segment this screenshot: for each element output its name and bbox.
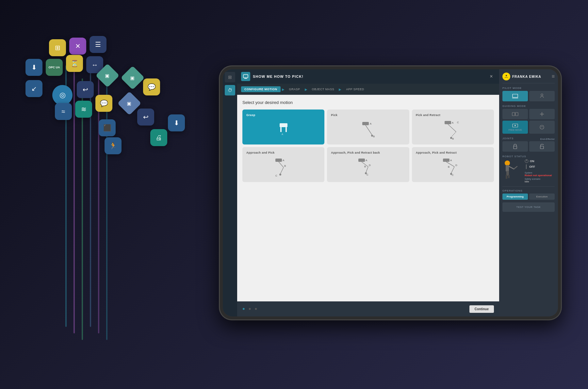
svg-text:A: A bbox=[283, 159, 285, 162]
svg-line-13 bbox=[448, 124, 456, 132]
svg-text:A: A bbox=[366, 159, 368, 162]
motion-card-pick[interactable]: Pick A B bbox=[327, 110, 409, 144]
motion-card-approach-pick-retract[interactable]: Approach, Pick and Retract A D B C bbox=[412, 147, 494, 182]
wizard-title: SHOW ME HOW TO PICK! bbox=[253, 75, 303, 78]
test-task-area: TEST YOUR TASK bbox=[502, 202, 555, 212]
svg-line-8 bbox=[366, 125, 372, 135]
svg-text:C: C bbox=[275, 174, 277, 177]
svg-rect-3 bbox=[280, 127, 282, 132]
svg-line-15 bbox=[451, 132, 456, 137]
motion-card-approach-pick-retract-back[interactable]: Approach, Pick and Retract back A D B C bbox=[327, 147, 409, 182]
svg-text:C: C bbox=[457, 121, 459, 124]
float-icon-12: ≈ bbox=[55, 103, 72, 120]
joint-btn-lock[interactable] bbox=[502, 141, 528, 152]
svg-text:C: C bbox=[452, 174, 454, 177]
robot-controls: ON OFF System Robot not operational Safe… bbox=[525, 159, 555, 183]
guide-btn-2[interactable] bbox=[529, 109, 555, 119]
motion-diagram-approach-pick: A B C bbox=[246, 157, 320, 178]
pilot-laptop-btn[interactable] bbox=[502, 91, 528, 101]
motion-card-pick-retract[interactable]: Pick and Retract A C B bbox=[412, 110, 494, 144]
motion-card-grasp-title: Grasp bbox=[246, 113, 255, 117]
svg-text:D: D bbox=[455, 164, 457, 167]
svg-text:B: B bbox=[284, 164, 286, 167]
motion-diagram-grasp: A bbox=[246, 119, 320, 141]
operations-tabs: Programming Execution bbox=[502, 194, 555, 200]
svg-text:B: B bbox=[452, 137, 454, 140]
tab-grasp[interactable]: GRASP bbox=[286, 86, 303, 92]
svg-text:A: A bbox=[370, 122, 372, 125]
operations-section: Operations Programming Execution TEST YO… bbox=[502, 186, 555, 212]
tablet-screen: ⊞ ⏱ SHOW ME HOW TO PICK! × CONFIGURE MOT bbox=[223, 69, 558, 316]
ops-tab-execution[interactable]: Execution bbox=[529, 194, 555, 200]
ops-tab-programming[interactable]: Programming bbox=[502, 194, 528, 200]
motion-card-pick-retract-title: Pick and Retract bbox=[416, 113, 440, 117]
guiding-mode-section: Guiding Mode bbox=[502, 105, 555, 134]
guide-btn-4[interactable] bbox=[529, 121, 555, 134]
motion-diagram-approach-pick-retract: A D B C bbox=[416, 157, 490, 178]
tab-object-mass[interactable]: OBJECT MASS bbox=[309, 86, 338, 92]
svg-text:D: D bbox=[369, 164, 371, 167]
svg-point-23 bbox=[279, 174, 281, 176]
float-icon-13: ≋ bbox=[75, 101, 92, 118]
robot-on-button[interactable]: ON bbox=[525, 159, 555, 163]
float-icon-22: 🖨 bbox=[150, 129, 167, 146]
wizard-bottom-bar: • • • Continue bbox=[237, 301, 499, 316]
float-icon-16: 💬 bbox=[143, 78, 160, 95]
float-icon-3: ☰ bbox=[90, 36, 106, 53]
mini-icon-puzzle[interactable]: ⊞ bbox=[225, 72, 235, 82]
motion-card-approach-pick[interactable]: Approach and Pick A B C bbox=[242, 147, 324, 182]
motion-diagram-approach-pick-retract-back: A D B C bbox=[331, 157, 405, 178]
joints-title: Joints bbox=[502, 137, 514, 140]
svg-point-49 bbox=[514, 125, 516, 126]
robot-status-title: Robot Status bbox=[502, 155, 555, 158]
svg-rect-47 bbox=[515, 112, 518, 116]
svg-point-45 bbox=[541, 94, 543, 96]
svg-text:A: A bbox=[450, 159, 452, 162]
svg-text:B: B bbox=[364, 165, 366, 168]
svg-rect-52 bbox=[540, 146, 544, 149]
guide-btn-free-move[interactable]: FREE MOVE bbox=[502, 121, 528, 134]
pilot-robot-btn[interactable] bbox=[529, 91, 555, 101]
left-mini-sidebar: ⊞ ⏱ bbox=[223, 69, 237, 316]
float-icon-5: OPC UA bbox=[46, 59, 63, 76]
svg-rect-2 bbox=[280, 123, 287, 127]
svg-line-22 bbox=[280, 167, 284, 174]
motion-grid: Grasp A Pick bbox=[242, 110, 494, 182]
sidebar-header: FRANKA EMIKA ≡ bbox=[502, 73, 555, 83]
svg-rect-18 bbox=[275, 159, 282, 162]
float-icon-8: ↙ bbox=[25, 80, 42, 97]
tab-app-speed[interactable]: APP SPEED bbox=[343, 86, 367, 92]
float-icon-2: ✕ bbox=[69, 38, 86, 55]
float-icon-10: ↩ bbox=[77, 81, 94, 98]
svg-line-20 bbox=[279, 162, 284, 167]
float-icon-1: ⊞ bbox=[49, 39, 66, 56]
svg-text:B: B bbox=[373, 135, 375, 138]
motion-card-approach-pick-retract-title: Approach, Pick and Retract bbox=[416, 151, 457, 154]
motion-card-pick-title: Pick bbox=[331, 113, 337, 117]
joint-buttons bbox=[502, 141, 555, 152]
guiding-mode-title: Guiding Mode bbox=[502, 105, 555, 108]
svg-text:B: B bbox=[448, 165, 449, 168]
tab-configure-motion[interactable]: CONFIGURE MOTION bbox=[241, 86, 281, 92]
guide-btn-1[interactable] bbox=[502, 109, 528, 119]
motion-card-approach-pick-retract-back-title: Approach, Pick and Retract back bbox=[331, 151, 380, 154]
svg-rect-25 bbox=[358, 159, 365, 162]
wizard-close-button[interactable]: × bbox=[487, 73, 495, 80]
hamburger-menu[interactable]: ≡ bbox=[552, 74, 555, 79]
brand-icon bbox=[502, 73, 510, 80]
robot-off-button[interactable]: OFF bbox=[525, 164, 555, 169]
float-icon-21: ⬇ bbox=[168, 114, 185, 131]
joint-btn-unlock[interactable] bbox=[529, 141, 555, 152]
svg-line-35 bbox=[446, 162, 454, 167]
free-move-label: FREE MOVE bbox=[508, 129, 522, 131]
continue-button[interactable]: Continue bbox=[469, 305, 494, 313]
mini-icon-time[interactable]: ⏱ bbox=[225, 85, 235, 95]
test-task-text: TEST YOUR TASK bbox=[506, 206, 551, 209]
svg-line-29 bbox=[366, 167, 368, 173]
svg-point-53 bbox=[505, 161, 510, 166]
motion-card-grasp[interactable]: Grasp A bbox=[242, 110, 324, 144]
float-icon-18: ⬛ bbox=[99, 119, 116, 136]
svg-line-37 bbox=[451, 167, 454, 173]
float-icon-17: ◈ bbox=[121, 66, 145, 90]
joints-header: Joints End-Effector bbox=[502, 137, 555, 141]
